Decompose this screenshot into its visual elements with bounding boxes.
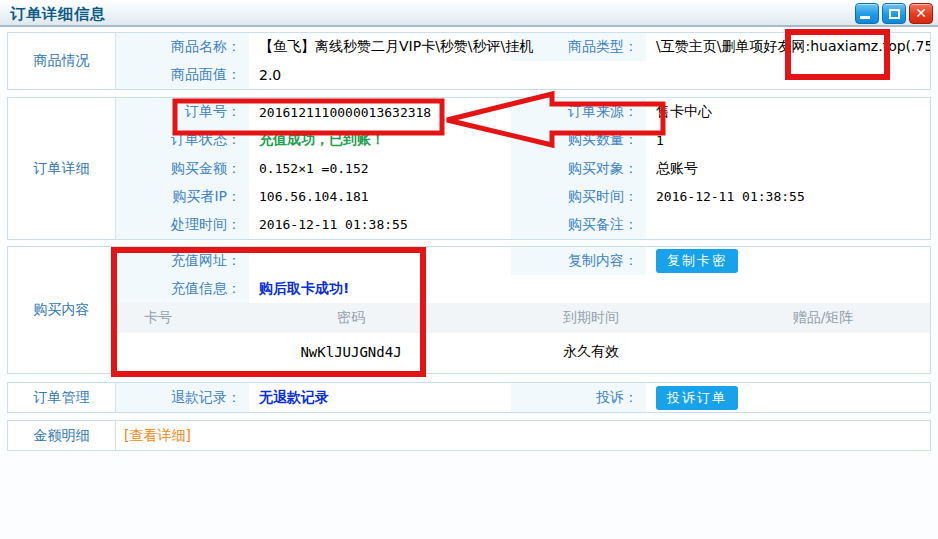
- card-gift-header: 赠品/矩阵: [716, 309, 930, 327]
- product-type-value: \互赞主页\删单项好友网:huaxiamz.top(.7517: [646, 33, 930, 61]
- section-purchase: 购买内容 充值网址： 复制内容： 复制卡密 充值信息： 购后取卡成功! 卡号 密…: [7, 246, 931, 374]
- section-manage-label: 订单管理: [8, 383, 116, 412]
- order-qty-label: 购买数量：: [511, 126, 646, 154]
- order-buytime-value: 2016-12-11 01:38:55: [646, 183, 930, 211]
- order-target-value: 总账号: [646, 154, 930, 182]
- order-status-value: 充值成功，已到账！: [249, 126, 511, 154]
- card-pass-header: 密码: [236, 309, 466, 327]
- view-detail-link[interactable]: [查看详细]: [116, 427, 191, 445]
- section-product: 商品情况 商品名称： 【鱼飞】离线秒赞二月VIP卡\秒赞\秒评\挂机 商品类型：…: [7, 32, 931, 90]
- order-ip-label: 购买者IP：: [116, 183, 249, 211]
- order-status-label: 订单状态：: [116, 126, 249, 154]
- recharge-info-value: 购后取卡成功!: [249, 275, 930, 303]
- page-title: 订单详细信息: [10, 5, 106, 24]
- recharge-url-label: 充值网址：: [116, 247, 249, 275]
- minimize-icon: [860, 16, 870, 19]
- window-controls: ✕: [855, 3, 933, 24]
- order-source-value: 售卡中心: [646, 98, 930, 126]
- product-name-value: 【鱼飞】离线秒赞二月VIP卡\秒赞\秒评\挂机: [249, 33, 511, 61]
- maximize-button[interactable]: [882, 3, 906, 24]
- order-no-value: 2016121110000013632318: [249, 98, 511, 126]
- section-manage: 订单管理 退款记录： 无退款记录 投诉： 投诉订单: [7, 382, 931, 413]
- card-no-header: 卡号: [116, 309, 236, 327]
- order-proctime-label: 处理时间：: [116, 211, 249, 239]
- order-ip-value: 106.56.104.181: [249, 183, 511, 211]
- section-purchase-label: 购买内容: [8, 247, 116, 373]
- close-button[interactable]: ✕: [909, 3, 933, 24]
- copy-card-button[interactable]: 复制卡密: [656, 249, 738, 273]
- product-face-label: 商品面值：: [116, 61, 249, 89]
- order-remark-value: [646, 211, 930, 239]
- order-remark-label: 购买备注：: [511, 211, 646, 239]
- refund-record-value: 无退款记录: [249, 383, 511, 412]
- section-amount-label: 金额明细: [8, 421, 116, 450]
- section-order-label: 订单详细: [8, 98, 116, 239]
- title-bar: 订单详细信息 ✕: [0, 0, 938, 27]
- order-buytime-label: 购买时间：: [511, 183, 646, 211]
- order-proctime-value: 2016-12-11 01:38:55: [249, 211, 511, 239]
- product-name-label: 商品名称：: [116, 33, 249, 61]
- card-table-header: 卡号 密码 到期时间 赠品/矩阵: [116, 303, 930, 333]
- order-amount-label: 购买金额：: [116, 154, 249, 182]
- order-source-label: 订单来源：: [511, 98, 646, 126]
- card-table-row: NwKlJUJGNd4J 永久有效: [116, 333, 930, 371]
- section-product-label: 商品情况: [8, 33, 116, 89]
- complaint-label: 投诉：: [511, 383, 646, 412]
- card-expire-value: 永久有效: [466, 343, 716, 361]
- card-expire-header: 到期时间: [466, 309, 716, 327]
- close-icon: ✕: [910, 4, 932, 23]
- section-order: 订单详细 订单号： 2016121110000013632318 订单来源： 售…: [7, 97, 931, 240]
- order-amount-value: 0.152×1 =0.152: [249, 154, 511, 182]
- recharge-url-value: [249, 247, 511, 275]
- refund-record-label: 退款记录：: [116, 383, 249, 412]
- card-pass-value: NwKlJUJGNd4J: [236, 344, 466, 360]
- maximize-icon: [889, 9, 900, 19]
- order-qty-value: 1: [646, 126, 930, 154]
- recharge-info-label: 充值信息：: [116, 275, 249, 303]
- product-face-value: 2.0: [249, 61, 511, 89]
- section-amount: 金额明细 [查看详细]: [7, 420, 931, 451]
- order-no-label: 订单号：: [116, 98, 249, 126]
- copy-content-label: 复制内容：: [511, 247, 646, 275]
- complain-order-button[interactable]: 投诉订单: [656, 386, 738, 410]
- order-target-label: 购买对象：: [511, 154, 646, 182]
- minimize-button[interactable]: [855, 3, 879, 24]
